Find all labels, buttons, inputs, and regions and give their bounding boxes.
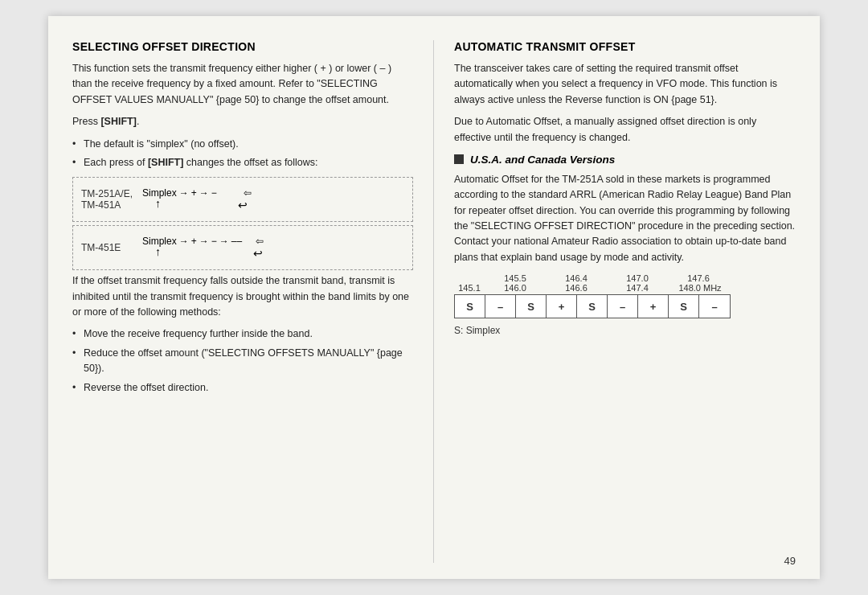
freq-bottom-labels: 145.1 146.0 146.6 147.4 148.0 MHz bbox=[454, 283, 796, 293]
diagram-tm251-row: TM-251A/E,TM-451A Simplex → + → − ⇦ ↑ ↩ bbox=[81, 187, 404, 211]
freq-bot-label-2: 146.0 bbox=[485, 283, 546, 293]
bullet-default: The default is "simplex" (no offset). bbox=[72, 137, 413, 152]
freq-bot-label-3: 146.6 bbox=[546, 283, 607, 293]
outside-text: If the offset transmit frequency falls o… bbox=[72, 273, 413, 320]
freq-top-label-2: 146.4 bbox=[546, 273, 607, 283]
frequency-table-wrapper: 145.5 146.4 147.0 147.6 145.1 146.0 146.… bbox=[454, 273, 796, 339]
freq-bot-label-5: 148.0 MHz bbox=[668, 283, 732, 293]
method-bullet-3: Reverse the offset direction. bbox=[72, 380, 413, 396]
diagram-tm251: TM-251A/E,TM-451A Simplex → + → − ⇦ ↑ ↩ bbox=[72, 177, 413, 222]
freq-note: S: Simplex bbox=[454, 323, 796, 339]
freq-bot-label-1: 145.1 bbox=[454, 283, 485, 293]
freq-cell-1: S bbox=[455, 295, 485, 318]
diagram-tm451e-row: TM-451E Simplex → + → − → –– ⇦ ↑ ↩ bbox=[81, 236, 404, 260]
method-bullets: Move the receive frequency further insid… bbox=[72, 326, 413, 396]
freq-top-label-4: 147.6 bbox=[668, 273, 729, 283]
freq-cell-8: S bbox=[669, 295, 699, 318]
freq-cell-7: + bbox=[638, 295, 669, 318]
page: SELECTING OFFSET DIRECTION This function… bbox=[48, 16, 820, 579]
usa-canada-body: Automatic Offset for the TM-251A sold in… bbox=[454, 172, 796, 265]
freq-cell-2: – bbox=[485, 295, 516, 318]
press-instruction: Press [SHIFT]. bbox=[72, 114, 413, 129]
freq-top-label-3: 147.0 bbox=[607, 273, 668, 283]
freq-cell-4: + bbox=[547, 295, 577, 318]
shift-key-inline: [SHIFT] bbox=[148, 157, 183, 168]
freq-cell-5: S bbox=[577, 295, 608, 318]
usa-canada-title: U.S.A. and Canada Versions bbox=[470, 154, 615, 166]
left-title: SELECTING OFFSET DIRECTION bbox=[72, 40, 413, 53]
right-intro1: The transceiver takes care of setting th… bbox=[454, 61, 796, 108]
left-intro: This function sets the transmit frequenc… bbox=[72, 61, 413, 108]
page-number: 49 bbox=[784, 555, 796, 567]
diagram-tm451e: TM-451E Simplex → + → − → –– ⇦ ↑ ↩ bbox=[72, 225, 413, 270]
diagram-tm451e-flow: Simplex → + → − → –– ⇦ ↑ ↩ bbox=[142, 236, 264, 260]
freq-cell-9: – bbox=[699, 295, 730, 318]
main-bullets: The default is "simplex" (no offset). Ea… bbox=[72, 137, 413, 171]
method-bullet-1: Move the receive frequency further insid… bbox=[72, 326, 413, 342]
diagram-tm251-label: TM-251A/E,TM-451A bbox=[81, 188, 137, 211]
frequency-table: S – S + S – + S – bbox=[454, 294, 731, 318]
section-square-icon bbox=[454, 154, 464, 164]
left-column: SELECTING OFFSET DIRECTION This function… bbox=[72, 40, 434, 563]
diagram-tm251-flow: Simplex → + → − ⇦ ↑ ↩ bbox=[142, 187, 252, 211]
shift-key-label: [SHIFT] bbox=[100, 116, 136, 127]
freq-top-label-1: 145.5 bbox=[485, 273, 546, 283]
bullet-each-press: Each press of [SHIFT] changes the offset… bbox=[72, 155, 413, 170]
diagram-tm451e-label: TM-451E bbox=[81, 242, 137, 253]
right-intro2: Due to Automatic Offset, a manually assi… bbox=[454, 114, 796, 146]
freq-cell-3: S bbox=[516, 295, 547, 318]
usa-canada-heading: U.S.A. and Canada Versions bbox=[454, 154, 796, 166]
freq-top-labels: 145.5 146.4 147.0 147.6 bbox=[454, 273, 796, 283]
right-column: AUTOMATIC TRANSMIT OFFSET The transceive… bbox=[434, 40, 796, 563]
method-bullet-2: Reduce the offset amount ("SELECTING OFF… bbox=[72, 346, 413, 377]
freq-cell-6: – bbox=[608, 295, 638, 318]
freq-bot-label-4: 147.4 bbox=[607, 283, 668, 293]
right-title: AUTOMATIC TRANSMIT OFFSET bbox=[454, 40, 796, 53]
